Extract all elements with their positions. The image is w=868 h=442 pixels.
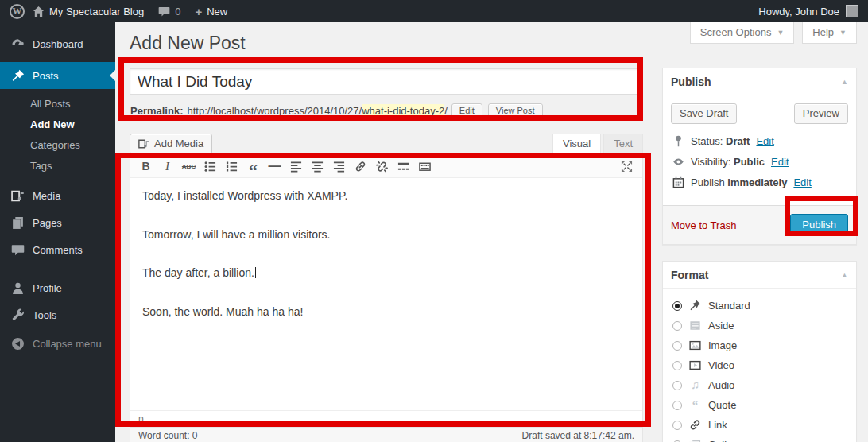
- bold-button[interactable]: B: [135, 157, 157, 176]
- publish-box-header[interactable]: Publish ▲: [663, 68, 856, 95]
- link-icon: [355, 161, 366, 173]
- radio-unselected[interactable]: [672, 321, 682, 331]
- format-box-header[interactable]: Format ▲: [663, 262, 856, 289]
- schedule-value: immediately: [727, 176, 787, 188]
- radio-unselected[interactable]: [672, 421, 682, 430]
- edit-status-link[interactable]: Edit: [756, 135, 773, 147]
- align-center-button[interactable]: [307, 157, 328, 176]
- format-box: Format ▲ Standard Aside: [662, 261, 857, 442]
- sidebar-item-pages[interactable]: Pages: [0, 209, 115, 236]
- align-center-icon: [312, 161, 324, 173]
- add-media-button[interactable]: Add Media: [130, 134, 212, 154]
- caret-up-icon[interactable]: ▲: [841, 271, 848, 279]
- tab-text[interactable]: Text: [603, 134, 643, 154]
- edit-visibility-link[interactable]: Edit: [771, 156, 789, 168]
- numbered-list-button[interactable]: [221, 157, 242, 176]
- publish-box-footer: Move to Trash Publish: [663, 205, 856, 244]
- sidebar-item-tools[interactable]: Tools: [0, 301, 115, 328]
- save-draft-button[interactable]: Save Draft: [671, 103, 737, 124]
- align-left-icon: [290, 161, 302, 173]
- help-button[interactable]: Help ▼: [802, 22, 857, 44]
- view-post-button[interactable]: View Post: [488, 103, 543, 118]
- editor-mode-tabs: Visual Text: [552, 134, 643, 154]
- status-row: Status: Draft Edit: [672, 135, 848, 147]
- blockquote-button[interactable]: “: [242, 157, 264, 176]
- sidebar-item-collapse-menu[interactable]: Collapse menu: [0, 330, 115, 357]
- user-avatar[interactable]: [846, 5, 858, 17]
- site-name: My Spectacular Blog: [49, 6, 144, 17]
- visibility-value: Public: [734, 156, 765, 168]
- publish-button[interactable]: Publish: [790, 214, 848, 236]
- sidebar-item-tags[interactable]: Tags: [0, 155, 115, 176]
- gallery-icon: [689, 439, 701, 442]
- bulleted-list-button[interactable]: [200, 157, 221, 176]
- visual-editor: B I ABC “ — Today, I: [130, 154, 643, 428]
- sidebar-item-all-posts[interactable]: All Posts: [0, 93, 115, 114]
- sidebar-item-media[interactable]: Media: [0, 182, 115, 209]
- element-path[interactable]: p: [138, 413, 144, 425]
- format-option-aside[interactable]: Aside: [672, 316, 847, 335]
- screen-options-button[interactable]: Screen Options ▼: [690, 22, 795, 44]
- format-box-body: Standard Aside Image: [663, 289, 856, 442]
- radio-unselected[interactable]: [672, 381, 682, 390]
- format-option-standard[interactable]: Standard: [672, 296, 847, 316]
- radio-unselected[interactable]: [672, 341, 682, 351]
- media-icon: [11, 189, 25, 203]
- radio-selected[interactable]: [672, 301, 682, 311]
- permalink-row: Permalink: http://localhost/wordpress/20…: [130, 102, 643, 119]
- remove-link-button[interactable]: [371, 157, 393, 176]
- editor-paragraph: Soon, the world. Muah ha ha ha!: [142, 304, 630, 320]
- new-content-link[interactable]: + New: [195, 6, 227, 17]
- new-label: New: [207, 6, 227, 17]
- radio-unselected[interactable]: [672, 401, 682, 410]
- sidebar-item-dashboard[interactable]: Dashboard: [0, 30, 115, 57]
- text-cursor: [255, 267, 256, 278]
- howdy-user-link[interactable]: Howdy, John Doe: [758, 6, 839, 17]
- draft-saved-status: Draft saved at 8:17:42 am.: [522, 430, 634, 441]
- bulleted-list-icon: [204, 161, 216, 173]
- sidebar-item-profile[interactable]: Profile: [0, 274, 115, 301]
- italic-button[interactable]: I: [157, 157, 178, 176]
- comment-bubble-icon: [158, 6, 170, 17]
- horizontal-rule-button[interactable]: —: [264, 157, 285, 176]
- move-to-trash-link[interactable]: Move to Trash: [671, 219, 736, 231]
- format-option-audio[interactable]: ♫ Audio: [672, 375, 847, 395]
- sidebar-item-posts[interactable]: Posts: [0, 62, 115, 89]
- format-option-link[interactable]: Link: [672, 415, 847, 435]
- radio-unselected[interactable]: [672, 361, 682, 370]
- format-option-gallery[interactable]: Gallery: [672, 435, 847, 442]
- align-right-icon: [333, 161, 345, 173]
- editor-paragraph: Tomorrow, I will have a million visitors…: [142, 227, 630, 243]
- fullscreen-button[interactable]: [616, 157, 637, 176]
- tab-visual[interactable]: Visual: [552, 134, 601, 154]
- insert-more-tag-button[interactable]: [393, 157, 414, 176]
- align-left-button[interactable]: [285, 157, 307, 176]
- edit-schedule-link[interactable]: Edit: [793, 176, 811, 188]
- edit-permalink-button[interactable]: Edit: [451, 103, 482, 118]
- post-title-input[interactable]: [130, 68, 643, 95]
- toolbar-toggle-button[interactable]: [414, 157, 436, 176]
- format-option-image[interactable]: Image: [672, 335, 847, 355]
- insert-link-button[interactable]: [350, 157, 371, 176]
- site-link[interactable]: My Spectacular Blog: [33, 6, 144, 17]
- caret-up-icon[interactable]: ▲: [841, 78, 848, 86]
- permalink-slug[interactable]: what-i-did-today-2: [362, 104, 444, 118]
- sidebar-item-categories[interactable]: Categories: [0, 134, 115, 155]
- comments-toolbar-link[interactable]: 0: [158, 6, 180, 17]
- format-option-video[interactable]: Video: [672, 355, 847, 375]
- editor-paragraph: The day after, a billion.: [142, 266, 630, 281]
- home-icon: [33, 6, 45, 17]
- active-menu-pointer: [104, 70, 115, 81]
- caret-down-icon: ▼: [777, 29, 784, 37]
- wordpress-logo-icon[interactable]: W: [10, 4, 25, 19]
- image-icon: [689, 339, 701, 351]
- sidebar-item-add-new[interactable]: Add New: [0, 114, 115, 134]
- preview-button[interactable]: Preview: [794, 103, 848, 124]
- align-right-button[interactable]: [328, 157, 350, 176]
- editor-content-area[interactable]: Today, I installed Wordpress with XAMPP.…: [130, 178, 642, 410]
- eye-icon: [672, 156, 684, 168]
- sidebar-item-comments[interactable]: Comments: [0, 236, 115, 263]
- format-option-quote[interactable]: “ Quote: [672, 395, 847, 415]
- menu-separator: [0, 263, 115, 274]
- strikethrough-button[interactable]: ABC: [178, 157, 200, 176]
